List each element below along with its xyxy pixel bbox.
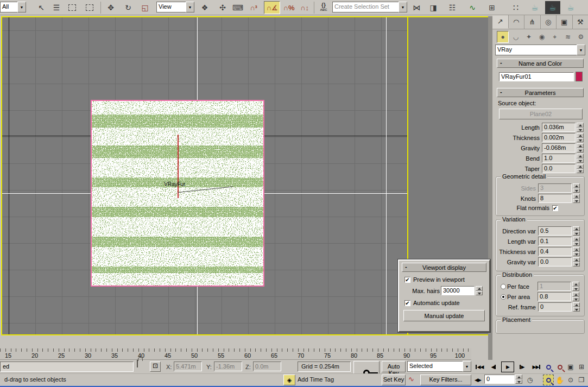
mirror-button[interactable]: ⋈ [409,1,423,14]
zoom-all-button[interactable] [554,361,565,372]
taper-spinner[interactable] [577,164,584,173]
z-coord-field[interactable]: 0.0m [253,361,281,371]
use-pivot-point-center-button[interactable]: ❖ [197,1,213,14]
direction-var-spinner[interactable] [573,226,580,236]
chevron-down-icon[interactable]: ▼ [186,2,194,12]
next-frame-button[interactable]: ▶ [516,361,528,372]
thickness-var-spinner[interactable] [573,247,580,256]
tab-display[interactable]: ▣ [557,15,573,29]
align-button[interactable]: ◨ [426,1,441,14]
angle-snap-toggle[interactable]: ∩∡ [264,1,280,14]
source-object-button[interactable]: Plane02 [499,109,583,119]
thickness-spinner[interactable] [577,133,584,142]
snap-toggle-3d-button[interactable]: ∩³ [245,1,262,14]
length-spinner[interactable] [577,123,584,132]
automatic-update-checkbox[interactable]: ✔ [404,300,410,306]
viewport-display-header[interactable]: - Viewport display [402,263,486,272]
key-mode-toggle[interactable]: ◀▶ [472,375,483,385]
per-face-spinner[interactable] [572,282,579,291]
time-configuration-button[interactable]: ◷ [524,375,535,385]
go-to-start-button[interactable]: ◀◀ [472,361,486,372]
keyboard-shortcut-override-toggle[interactable]: ⌨ [230,1,245,14]
category-helpers[interactable]: ⌖ [549,31,561,43]
select-and-rotate-button[interactable]: ↻ [121,1,136,14]
curve-editor-button[interactable]: ∿ [465,1,480,14]
rectangular-selection-region-button[interactable] [65,1,79,14]
ref-frame-field[interactable]: 0 [538,302,572,312]
per-face-radio[interactable] [501,284,506,289]
max-hairs-field[interactable]: 30000 [441,286,475,295]
thickness-field[interactable]: 0.002m [542,133,576,142]
x-coord-field[interactable]: 5.471m [174,361,202,371]
category-geometry[interactable]: ● [497,31,509,43]
chevron-down-icon[interactable]: ▼ [463,361,471,372]
set-key-button[interactable]: Set Key [382,375,406,385]
per-area-spinner[interactable] [572,292,579,301]
rendered-frame-window-button[interactable]: ☕ [545,1,560,14]
time-tag-cube-button[interactable]: ◈ [283,375,295,385]
length-field[interactable]: 0.036m [542,123,576,132]
bend-field[interactable]: 1.0 [542,154,576,163]
category-shapes[interactable]: ◡ [510,31,522,43]
add-time-tag[interactable]: Add Time Tag [298,376,351,383]
gravity-spinner[interactable] [577,143,584,153]
taper-field[interactable]: 0.0 [542,164,576,173]
schematic-view-button[interactable]: ⊞ [484,1,500,14]
zoom-extents-button[interactable]: ▣ [565,361,576,372]
bend-spinner[interactable] [577,154,584,163]
tab-motion[interactable]: ◎ [541,15,557,29]
current-frame-field[interactable]: 0 [484,375,515,384]
auto-key-button[interactable]: Auto Key [382,361,406,372]
object-type-dropdown[interactable]: VRay ▼ [495,45,585,55]
direction-var-field[interactable]: 0.5 [538,226,572,236]
selection-filter-dropdown[interactable]: All ▼ [0,2,26,12]
collapse-icon[interactable]: - [500,59,502,66]
layer-manager-button[interactable]: ☷ [445,1,459,14]
named-selection-sets-dropdown[interactable]: Create Selection Set ▼ [332,2,407,12]
previous-frame-button[interactable]: ◀ [488,361,500,372]
category-cameras[interactable]: ◉ [536,31,548,43]
gravity-var-spinner[interactable] [573,257,580,267]
per-area-radio[interactable] [501,294,506,300]
select-and-move-button[interactable]: ✥ [103,1,118,14]
absolute-offset-mode-toggle[interactable]: ⊡ [150,361,161,372]
region-zoom-button[interactable] [543,375,554,385]
name-color-rollout-header[interactable]: - Name and Color [497,59,584,68]
category-lights[interactable]: ✦ [523,31,535,43]
selection-lock-toggle[interactable] [137,360,138,367]
gravity-var-field[interactable]: 0.0 [538,257,572,267]
go-to-end-button[interactable]: ▶▶ [529,361,543,372]
pan-button[interactable]: ✋ [554,375,565,385]
parameters-rollout-header[interactable]: - Parameters [497,88,584,97]
select-and-manipulate-button[interactable]: ✣ [215,1,230,14]
play-button[interactable]: ▶ [501,361,514,372]
key-filters-curve-icon[interactable]: ∿ [408,375,414,383]
manual-update-button[interactable]: Manual update [403,310,485,321]
tab-hierarchy[interactable]: ⋔ [524,15,541,29]
object-color-swatch[interactable] [576,72,583,81]
knots-field[interactable]: 8 [538,194,572,203]
key-filters-button[interactable]: Key Filters... [420,375,471,385]
track-bar-ruler[interactable]: 15 20 25 30 35 40 45 50 55 60 65 70 75 8… [0,348,471,360]
collapse-icon[interactable]: - [500,88,502,95]
collapse-icon[interactable]: - [405,263,407,270]
max-hairs-spinner[interactable] [476,286,483,295]
chevron-down-icon[interactable]: ▼ [17,2,26,12]
maximize-viewport-toggle[interactable]: ❐ [576,375,587,385]
object-name-field[interactable] [499,72,574,81]
select-by-name-button[interactable]: ☰ [49,1,64,14]
quick-render-button[interactable]: ☕ [564,1,578,14]
zoom-button[interactable] [543,361,554,372]
per-area-field[interactable]: 0.8 [538,292,571,301]
tab-utilities[interactable]: ⚒ [573,15,588,29]
sides-spinner[interactable] [573,183,580,193]
chevron-down-icon[interactable]: ▼ [577,45,585,55]
gravity-field[interactable]: -0.068m [542,143,576,153]
knots-spinner[interactable] [573,194,580,203]
flat-normals-checkbox[interactable]: ✔ [552,205,558,211]
reference-coordinate-system-dropdown[interactable]: View ▼ [156,2,194,12]
tab-modify[interactable]: ◠ [509,15,525,29]
arc-rotate-button[interactable]: ⊙ [565,375,576,385]
preview-in-viewport-checkbox[interactable]: ✔ [404,277,410,283]
render-setup-button[interactable]: ☕ [528,1,542,14]
